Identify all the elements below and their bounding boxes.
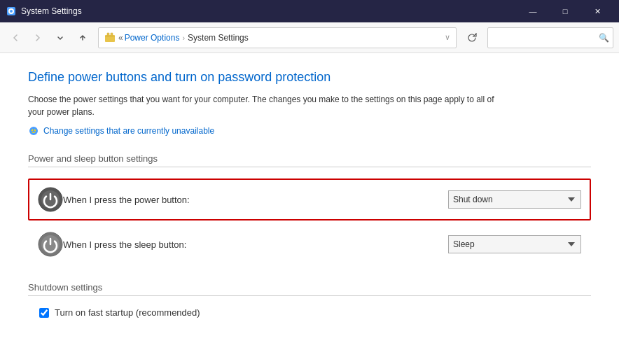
- svg-rect-4: [107, 33, 109, 36]
- search-icon[interactable]: 🔍: [599, 33, 609, 43]
- change-settings-text[interactable]: Change settings that are currently unava…: [43, 126, 214, 136]
- power-button-dropdown[interactable]: Do nothing Sleep Hibernate Shut down Tur…: [448, 190, 581, 209]
- svg-rect-3: [105, 35, 115, 42]
- titlebar: System Settings — □ ✕: [0, 0, 619, 22]
- fast-startup-checkbox[interactable]: [39, 308, 49, 318]
- power-button-label: When I press the power button:: [63, 195, 448, 205]
- power-button-row: When I press the power button: Do nothin…: [28, 178, 591, 220]
- power-sleep-header: Power and sleep button settings: [28, 153, 591, 167]
- titlebar-controls: — □ ✕: [517, 0, 613, 22]
- svg-point-2: [10, 10, 13, 13]
- forward-button[interactable]: [28, 28, 48, 48]
- change-settings-link[interactable]: Change settings that are currently unava…: [28, 125, 591, 136]
- sleep-button-dropdown[interactable]: Do nothing Sleep Hibernate Shut down Tur…: [448, 235, 581, 253]
- search-bar[interactable]: 🔍: [487, 27, 613, 48]
- address-current: System Settings: [188, 33, 249, 43]
- shutdown-header: Shutdown settings: [28, 282, 591, 296]
- close-button[interactable]: ✕: [581, 0, 613, 22]
- shield-icon: [28, 125, 39, 136]
- titlebar-title: System Settings: [21, 6, 517, 16]
- up-button[interactable]: [73, 28, 92, 48]
- maximize-button[interactable]: □: [549, 0, 581, 22]
- power-button-icon: [38, 187, 63, 212]
- navbar: « Power Options › System Settings ∨ 🔍: [0, 22, 619, 53]
- minimize-button[interactable]: —: [517, 0, 549, 22]
- dropdown-button[interactable]: [50, 28, 70, 48]
- address-power-options[interactable]: Power Options: [125, 33, 180, 43]
- sleep-button-label: When I press the sleep button:: [63, 239, 448, 250]
- sleep-button-icon: [38, 232, 63, 257]
- fast-startup-label: Turn on fast startup (recommended): [55, 307, 200, 318]
- address-separator: ›: [182, 34, 185, 42]
- power-sleep-section: Power and sleep button settings When I p…: [28, 153, 591, 265]
- address-bar[interactable]: « Power Options › System Settings ∨: [98, 27, 457, 48]
- fast-startup-row: Turn on fast startup (recommended): [39, 307, 591, 318]
- shutdown-section: Shutdown settings Turn on fast startup (…: [28, 282, 591, 318]
- address-dropdown-icon[interactable]: ∨: [445, 33, 450, 42]
- search-input[interactable]: [494, 33, 599, 43]
- back-button[interactable]: [6, 28, 25, 48]
- page-title: Define power buttons and turn on passwor…: [28, 70, 591, 85]
- svg-rect-9: [32, 131, 36, 132]
- main-content: Define power buttons and turn on passwor…: [0, 53, 619, 364]
- address-icon: [104, 32, 116, 43]
- sleep-button-row: When I press the sleep button: Do nothin…: [28, 223, 591, 265]
- svg-rect-5: [111, 33, 113, 36]
- description-text: Choose the power settings that you want …: [28, 93, 504, 118]
- titlebar-icon: [6, 6, 17, 17]
- refresh-button[interactable]: [462, 28, 482, 48]
